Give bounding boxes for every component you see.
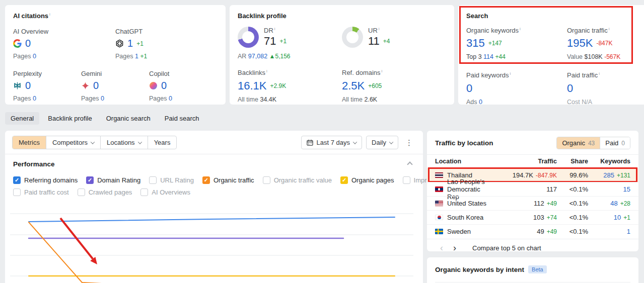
date-range-button[interactable]: Last 7 days	[301, 136, 363, 149]
compare-top5-link[interactable]: Compare top 5 on chart	[472, 244, 541, 252]
tab-organic-search[interactable]: Organic search	[101, 112, 156, 125]
toggle-organic[interactable]: Organic 43	[557, 137, 600, 149]
chatgpt-icon	[115, 39, 124, 48]
keywords-value[interactable]: 1	[588, 228, 630, 235]
perplexity-value[interactable]: 0	[25, 80, 31, 91]
checkbox-paid-traffic-cost[interactable]: Paid traffic cost	[13, 188, 69, 196]
location-row-south-korea[interactable]: South Korea103+74<0.1%10+1	[427, 210, 638, 224]
performance-title: Performance	[13, 160, 55, 168]
checkbox-icon[interactable]	[13, 188, 21, 196]
share-value: 99.6%	[557, 171, 588, 179]
traffic-value: 194.7K-847.9K	[492, 171, 557, 179]
info-icon[interactable]: i	[510, 71, 511, 76]
checkbox-icon[interactable]	[140, 188, 148, 196]
keywords-value[interactable]: 10+1	[588, 214, 630, 221]
checkbox-icon[interactable]	[86, 176, 94, 184]
checkbox-icon[interactable]	[403, 176, 410, 184]
pages-value[interactable]: 0	[101, 95, 104, 102]
ai-overview-value[interactable]: 0	[25, 38, 31, 49]
chevron-down-icon	[137, 140, 141, 144]
chevron-down-icon	[91, 140, 95, 144]
checkbox-icon[interactable]	[78, 188, 85, 196]
ref-domains-value[interactable]: 2.5K	[342, 79, 365, 92]
checkbox-organic-pages[interactable]: Organic pages	[340, 176, 394, 184]
location-name: Sweden	[447, 228, 471, 235]
organic-traffic-value[interactable]: 195K	[567, 37, 593, 50]
checkbox-domain-rating[interactable]: Domain Rating	[86, 176, 140, 184]
performance-chart[interactable]	[8, 202, 423, 283]
checkbox-organic-traffic-value[interactable]: Organic traffic value	[263, 176, 332, 184]
checkbox-label: Organic pages	[351, 176, 394, 184]
chatgpt-value[interactable]: 1	[127, 38, 133, 49]
info-icon[interactable]: i	[49, 12, 50, 17]
info-icon[interactable]: i	[382, 69, 383, 73]
pages-label: Pages	[115, 53, 133, 60]
granularity-button[interactable]: Daily	[366, 136, 398, 149]
backlinks-metric: Backlinksi 16.1K +2.9K All time 34.4K	[238, 69, 342, 103]
info-icon[interactable]: i	[599, 71, 600, 76]
ads-value[interactable]: 0	[479, 99, 482, 106]
checkbox-referring-domains[interactable]: Referring domains	[13, 176, 78, 184]
pages-value[interactable]: 1	[135, 53, 138, 60]
gemini-value[interactable]: 0	[93, 80, 99, 91]
checkbox-icon[interactable]	[202, 176, 210, 184]
more-options-icon[interactable]: ⋮	[402, 137, 416, 148]
locations-button[interactable]: Locations	[100, 136, 148, 149]
ai-citations-card: AI citationsi AI Overview 0 Pages 0 Chat…	[5, 5, 226, 105]
checkbox-icon[interactable]	[149, 176, 157, 184]
info-icon[interactable]: i	[520, 27, 521, 31]
pages-value[interactable]: 0	[33, 53, 36, 60]
gemini-metric: Gemini 0 Pages 0	[81, 70, 149, 102]
ar-value[interactable]: 97,082	[248, 53, 267, 60]
organic-keywords-value[interactable]: 315	[466, 37, 485, 50]
checkbox-organic-traffic[interactable]: Organic traffic	[202, 176, 254, 184]
share-value: <0.1%	[557, 185, 588, 193]
collapse-chevron-icon[interactable]	[407, 161, 412, 167]
location-name: United States	[447, 200, 486, 207]
checkbox-crawled-pages[interactable]: Crawled pages	[78, 188, 132, 196]
tab-paid-search[interactable]: Paid search	[159, 112, 205, 125]
info-icon[interactable]: i	[274, 27, 275, 31]
backlink-profile-card: Backlink profile DRi 71 +1 AR 97,082 ▲5,…	[230, 5, 454, 105]
paid-traffic-value[interactable]: 0	[567, 82, 573, 95]
tab-general[interactable]: General	[5, 112, 39, 125]
paid-keywords-value[interactable]: 0	[466, 82, 472, 95]
tab-backlink-profile[interactable]: Backlink profile	[42, 112, 97, 125]
dr-metric: DRi 71 +1 AR 97,082 ▲5,156	[238, 27, 342, 60]
info-icon[interactable]: i	[379, 27, 380, 31]
competitors-button[interactable]: Competitors	[46, 136, 100, 149]
checkbox-url-rating[interactable]: URL Rating	[149, 176, 194, 184]
toggle-paid[interactable]: Paid 0	[600, 137, 630, 149]
backlinks-value[interactable]: 16.1K	[238, 79, 267, 92]
keywords-value[interactable]: 15	[588, 185, 630, 193]
top3-delta: +44	[495, 53, 506, 60]
location-row-sweden[interactable]: Sweden49+49<0.1%1	[427, 224, 638, 238]
location-row-united-states[interactable]: United States112+49<0.1%48+28	[427, 196, 638, 210]
top3-value[interactable]: 114	[483, 53, 493, 60]
checkbox-label: Domain Rating	[97, 176, 140, 184]
checkbox-label: Paid traffic cost	[24, 188, 69, 196]
location-row-lao-people-s-democratic-rep[interactable]: Lao People's Democratic Rep117<0.1%15	[427, 182, 638, 196]
next-page-icon[interactable]: ›	[448, 243, 461, 251]
ur-delta: +4	[383, 38, 390, 45]
info-icon[interactable]: i	[266, 69, 267, 73]
info-icon[interactable]: i	[609, 27, 610, 31]
metrics-button[interactable]: Metrics	[13, 136, 46, 149]
pages-value[interactable]: 0	[169, 95, 172, 102]
keywords-value[interactable]: 285+131	[588, 171, 630, 179]
series-line-referring-domains	[29, 217, 395, 222]
pages-value[interactable]: 0	[33, 95, 36, 102]
prev-page-icon[interactable]: ‹	[435, 243, 448, 251]
years-button[interactable]: Years	[148, 136, 177, 149]
keywords-value[interactable]: 48+28	[588, 200, 630, 207]
copilot-value[interactable]: 0	[161, 80, 167, 91]
checkbox-icon[interactable]	[13, 176, 21, 184]
filter-button-group: Metrics Competitors Locations Years	[12, 136, 177, 149]
checkbox-icon[interactable]	[263, 176, 270, 184]
checkbox-ai-overviews[interactable]: AI Overviews	[140, 188, 190, 196]
ref-domains-alltime: 2.6K	[364, 96, 377, 103]
ref-domains-metric: Ref. domainsi 2.5K +605 All time 2.6K	[342, 69, 446, 103]
chevron-down-icon	[389, 140, 393, 144]
search-title: Search	[466, 12, 488, 20]
checkbox-icon[interactable]	[340, 176, 348, 184]
